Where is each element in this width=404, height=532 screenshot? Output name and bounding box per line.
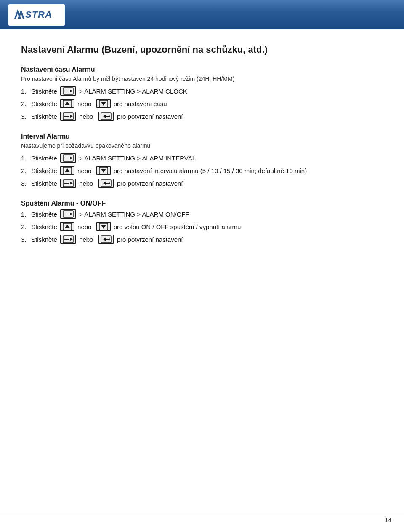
nebo-text: nebo [77,100,91,107]
step-number: 1. [21,88,29,95]
enter-icon-svg [101,112,112,120]
menu-icon-svg [63,179,74,187]
menu-icon-svg [63,154,74,162]
svg-marker-10 [101,102,106,106]
step-number: 1. [21,155,29,162]
svg-marker-6 [70,90,73,92]
enter-icon-svg [101,235,112,243]
svg-marker-34 [101,225,106,229]
menu-button-icon [60,179,76,188]
menu-icon-svg [63,235,74,243]
alarm-time-steps: 1. Stiskněte > ALARM SETTING > ALARM CLO… [21,86,383,121]
step-item: 1. Stiskněte > ALARM SETTING > ALARM ON/… [21,209,383,219]
up-button-icon [60,222,74,231]
step-text: Stiskněte [31,180,57,187]
svg-marker-37 [70,238,73,241]
svg-marker-15 [103,115,110,118]
page-number: 14 [385,517,391,524]
svg-marker-13 [70,115,73,118]
logo-text: STRA AA [13,10,60,23]
section-alarm-time-title: Nastavení času Alarmu [21,66,383,73]
svg-marker-27 [103,182,110,185]
menu-button-icon [60,112,76,121]
header: STRA AA [0,0,404,29]
menu-icon-svg [63,112,74,120]
page-title: Nastavení Alarmu (Buzení, upozornění na … [21,44,383,55]
step-item: 2. Stiskněte nebo [21,166,383,175]
enter-button-icon [98,112,114,121]
menu-button-icon [60,153,76,163]
nebo-text: nebo [79,236,93,243]
down-icon-svg [99,167,108,174]
step-suffix: pro volbu ON / OFF spuštění / vypnutí al… [114,223,241,230]
svg-marker-32 [65,225,70,228]
step-text: Stiskněte [31,88,57,95]
step-suffix: pro nastavení času [114,100,167,107]
main-content: Nastavení Alarmu (Buzení, upozornění na … [0,29,404,281]
alarm-setting-onoff-text: > ALARM SETTING > ALARM ON/OFF [79,211,189,218]
logo-box: STRA AA [8,4,65,26]
step-number: 3. [21,113,29,120]
step-text: Stiskněte [31,113,57,120]
menu-icon-svg [63,87,74,95]
up-icon-svg [63,223,72,230]
up-icon-svg [63,100,72,107]
step-item: 2. Stiskněte nebo [21,222,383,231]
nebo-text: nebo [79,113,93,120]
alarm-setting-clock-text: > ALARM SETTING > ALARM CLOCK [79,88,187,95]
up-icon-svg [63,167,72,174]
svg-text:STRA: STRA [25,9,52,20]
logo-container: STRA AA [8,4,65,26]
step-text: Stiskněte [31,155,57,162]
section-alarm-onoff: Spuštění Alarmu - ON/OFF 1. Stiskněte > … [21,200,383,244]
menu-button-icon [60,86,76,96]
step-item: 1. Stiskněte > ALARM SETTING > ALARM CLO… [21,86,383,96]
section-alarm-interval: Interval Alarmu Nastavujeme při požadavk… [21,133,383,188]
step-item: 3. Stiskněte nebo [21,112,383,121]
step-text: Stiskněte [31,223,57,230]
step-text: Stiskněte [31,211,57,218]
down-button-icon [96,99,111,108]
down-button-icon [96,166,111,175]
svg-marker-20 [65,168,70,172]
section-alarm-onoff-title: Spuštění Alarmu - ON/OFF [21,200,383,207]
step-text: Stiskněte [31,100,57,107]
svg-marker-8 [65,102,70,105]
svg-marker-25 [70,182,73,184]
svg-marker-22 [101,169,106,173]
section-alarm-interval-title: Interval Alarmu [21,133,383,140]
svg-marker-18 [70,157,73,159]
footer-divider [0,513,404,513]
section-alarm-time-subtitle: Pro nastavení času Alarmů by měl být nas… [21,75,383,82]
svg-marker-39 [103,238,110,241]
enter-icon-svg [101,179,112,187]
step-number: 3. [21,180,29,187]
up-button-icon [60,166,74,175]
down-icon-svg [99,100,108,107]
alarm-setting-interval-text: > ALARM SETTING > ALARM INTERVAL [79,155,196,162]
svg-marker-30 [70,213,73,215]
step-number: 3. [21,236,29,243]
enter-button-icon [98,179,114,188]
down-button-icon [96,222,111,231]
aastra-logo-svg: STRA AA [13,7,60,20]
nebo-text: nebo [79,180,93,187]
step-item: 3. Stiskněte nebo [21,235,383,244]
step-suffix: pro potvrzení nastavení [117,236,183,243]
step-item: 1. Stiskněte > ALARM SETTING > ALARM INT… [21,153,383,163]
enter-button-icon [98,235,114,244]
alarm-onoff-steps: 1. Stiskněte > ALARM SETTING > ALARM ON/… [21,209,383,244]
nebo-text: nebo [77,167,91,174]
menu-button-icon [60,209,76,219]
menu-button-icon [60,235,76,244]
section-alarm-interval-subtitle: Nastavujeme při požadavku opakovaného al… [21,142,383,149]
step-suffix: pro potvrzení nastavení [117,180,183,187]
step-number: 2. [21,100,29,107]
step-item: 2. Stiskněte nebo [21,99,383,108]
step-number: 2. [21,167,29,174]
step-item: 3. Stiskněte nebo [21,179,383,188]
alarm-interval-steps: 1. Stiskněte > ALARM SETTING > ALARM INT… [21,153,383,188]
step-number: 1. [21,211,29,218]
menu-icon-svg [63,210,74,218]
step-suffix: pro potvrzení nastavení [117,113,183,120]
